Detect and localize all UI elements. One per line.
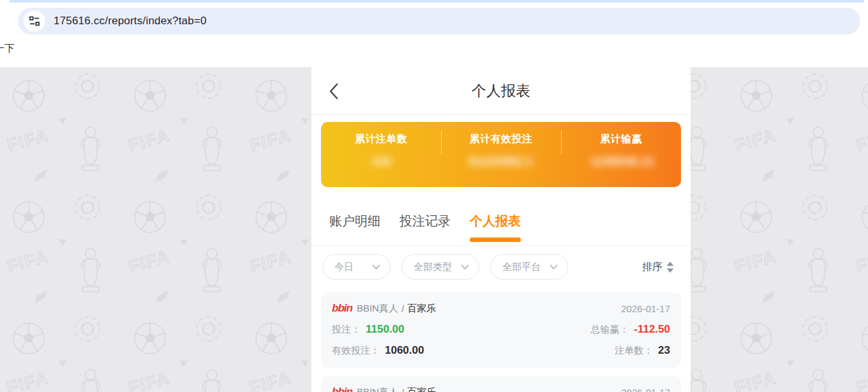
record-date: 2026-01-17 [621, 387, 670, 392]
filter-bar: 今日 全部类型 全部平台 排序 [311, 246, 691, 287]
tab-label: 账户明细 [329, 214, 380, 228]
summary-stats-card: 累计注单数 134 累计有效投注 81234982.1 累计输赢 -119854… [321, 122, 681, 187]
sort-arrows-icon [666, 262, 674, 273]
stat-label: 累计注单数 [321, 133, 441, 146]
tab-label: 个人报表 [470, 214, 521, 228]
date-filter-dropdown[interactable]: 今日 [322, 254, 391, 280]
bbin-logo-icon: bbin [332, 302, 352, 315]
record-date: 2026-01-17 [621, 303, 670, 314]
url-text[interactable]: 175616.cc/reports/index?tab=0 [54, 15, 207, 27]
tune-sliders-icon[interactable] [24, 10, 45, 32]
screenshot-canvas: 175616.cc/reports/index?tab=0 一下 [0, 0, 868, 392]
stat-divider [441, 130, 442, 154]
provider-name: BBIN真人 [357, 386, 398, 392]
winloss-label: 总输赢： [590, 324, 629, 336]
dropdown-label: 全部平台 [502, 261, 541, 273]
valid-bet-label: 有效投注： [332, 345, 380, 357]
stat-label: 累计有效投注 [441, 133, 561, 146]
page-title: 个人报表 [311, 67, 691, 115]
stat-value-masked: -1198546.11 [561, 155, 681, 169]
dropdown-label: 今日 [334, 261, 354, 273]
record-row: 有效投注： 1060.00 注单数： 23 [332, 344, 670, 357]
chevron-down-icon [550, 264, 558, 270]
stat-total-bets: 累计注单数 134 [321, 122, 441, 187]
provider-name: BBIN真人 [357, 303, 398, 315]
separator: / [401, 387, 404, 392]
clipped-edge-text: 一下 [0, 42, 15, 56]
chevron-down-icon [372, 264, 380, 270]
browser-top-strip [9, 0, 864, 3]
browser-address-bar[interactable]: 175616.cc/reports/index?tab=0 [18, 8, 860, 34]
report-card[interactable]: bbin BBIN真人 / 百家乐 2026-01-17 投注： 1150.00… [321, 292, 681, 368]
report-app-panel: 个人报表 累计注单数 134 累计有效投注 81234982.1 累计输赢 -1… [311, 67, 691, 392]
tab-account-detail[interactable]: 账户明细 [329, 213, 380, 245]
bet-label: 投注： [332, 324, 361, 336]
bbin-logo-icon: bbin [332, 386, 352, 392]
winloss-value: -112.50 [634, 323, 670, 336]
active-tab-underline [470, 237, 521, 242]
record-header-row: bbin BBIN真人 / 百家乐 2026-01-17 [332, 302, 670, 315]
bet-count-label: 注单数： [615, 345, 653, 357]
tab-personal-report[interactable]: 个人报表 [470, 213, 521, 245]
bet-value: 1150.00 [366, 323, 405, 336]
report-list: bbin BBIN真人 / 百家乐 2026-01-17 投注： 1150.00… [311, 287, 691, 392]
tab-label: 投注记录 [400, 214, 451, 228]
game-name: 百家乐 [407, 386, 436, 392]
stat-winloss: 累计输赢 -1198546.11 [561, 122, 681, 187]
game-name: 百家乐 [407, 303, 436, 315]
record-row: 投注： 1150.00 总输赢： -112.50 [332, 323, 670, 336]
type-filter-dropdown[interactable]: 全部类型 [401, 254, 479, 280]
stat-value-masked: 134 [321, 155, 441, 169]
report-card[interactable]: bbin BBIN真人 / 百家乐 2026-01-17 [321, 376, 681, 392]
stat-value-masked: 81234982.1 [441, 155, 561, 169]
sort-control[interactable]: 排序 [642, 260, 674, 274]
stat-valid-bets: 累计有效投注 81234982.1 [441, 122, 561, 187]
stat-label: 累计输赢 [561, 133, 681, 146]
separator: / [401, 303, 404, 314]
dropdown-label: 全部类型 [414, 261, 452, 273]
record-header-row: bbin BBIN真人 / 百家乐 2026-01-17 [332, 386, 670, 392]
stat-divider [561, 130, 562, 154]
app-header: 个人报表 [311, 67, 691, 115]
sort-label: 排序 [642, 260, 662, 274]
tab-bar: 账户明细 投注记录 个人报表 [311, 187, 691, 246]
platform-filter-dropdown[interactable]: 全部平台 [490, 254, 568, 280]
chevron-down-icon [461, 264, 469, 270]
tab-bet-records[interactable]: 投注记录 [400, 213, 451, 245]
bet-count-value: 23 [658, 344, 670, 357]
valid-bet-value: 1060.00 [385, 344, 424, 357]
back-chevron-icon[interactable] [329, 83, 339, 100]
